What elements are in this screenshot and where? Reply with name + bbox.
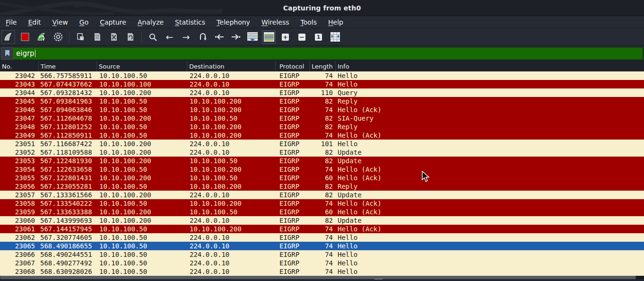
- cell-destination: 10.10.100.200: [187, 105, 276, 114]
- cell-source: 10.10.100.200: [97, 216, 187, 225]
- pane-splitter[interactable]: [0, 279, 644, 281]
- zoom-out-icon[interactable]: −: [295, 30, 309, 44]
- cell-source: 10.10.100.200: [97, 114, 187, 123]
- toolbar-separator: [69, 32, 70, 42]
- packet-row-23049[interactable]: 23049567.11285091110.10.100.5010.10.100.…: [0, 131, 644, 140]
- cell-protocol: EIGRP: [276, 105, 310, 114]
- go-forward-icon[interactable]: →: [179, 30, 193, 44]
- scrollbar-thumb[interactable]: [0, 276, 636, 279]
- zoom-100-icon[interactable]: 1: [312, 30, 325, 44]
- cell-time: 567.122633658: [39, 165, 97, 174]
- packet-row-23054[interactable]: 23054567.12263365810.10.100.5010.10.100.…: [0, 165, 644, 174]
- packet-row-23051[interactable]: 23051567.11668742210.10.100.200224.0.0.1…: [0, 140, 644, 148]
- menu-analyze[interactable]: Analyze: [133, 18, 168, 27]
- display-filter-input[interactable]: eigrp: [13, 47, 643, 60]
- close-file-icon[interactable]: [107, 30, 121, 44]
- cell-source: 10.10.100.50: [97, 225, 187, 233]
- packet-row-23065[interactable]: 23065568.49018665510.10.100.50224.0.0.10…: [0, 242, 644, 250]
- column-header-protocol[interactable]: Protocol: [276, 61, 310, 71]
- zoom-in-icon[interactable]: +: [278, 30, 292, 44]
- column-header-length[interactable]: Length: [310, 61, 336, 71]
- packet-row-23056[interactable]: 23056567.12305528110.10.100.5010.10.100.…: [0, 182, 644, 191]
- cell-destination: 224.0.0.10: [187, 191, 276, 199]
- packet-row-23052[interactable]: 23052567.11810958810.10.100.200224.0.0.1…: [0, 148, 644, 157]
- go-last-packet-icon[interactable]: [229, 30, 243, 44]
- go-back-icon[interactable]: ←: [163, 30, 176, 44]
- packet-row-23061[interactable]: 23061567.14415794510.10.100.5010.10.100.…: [0, 225, 644, 233]
- packet-row-23057[interactable]: 23057567.13336156610.10.100.200224.0.0.1…: [0, 191, 644, 199]
- cell-length: 110: [310, 88, 336, 97]
- cell-length: 82: [310, 97, 336, 105]
- cell-source: 10.10.100.50: [97, 131, 187, 140]
- cell-no: 23047: [0, 114, 39, 123]
- cell-length: 60: [310, 208, 336, 216]
- open-file-icon[interactable]: [74, 30, 87, 44]
- column-header-time[interactable]: Time: [39, 61, 97, 71]
- menu-edit[interactable]: Edit: [23, 18, 45, 27]
- cell-source: 10.10.100.50: [97, 199, 187, 208]
- cell-info: Hello: [336, 250, 644, 259]
- toolbar-separator: [141, 32, 142, 42]
- packet-row-23055[interactable]: 23055567.12280143110.10.100.20010.10.100…: [0, 174, 644, 182]
- stop-capture-icon[interactable]: [18, 30, 32, 44]
- cell-time: 568.490277492: [39, 259, 97, 267]
- column-header-info[interactable]: Info: [336, 61, 644, 71]
- cell-length: 74: [310, 105, 336, 114]
- save-file-icon[interactable]: 010 101: [90, 30, 104, 44]
- packet-row-23043[interactable]: 23043567.07443766210.10.100.100224.0.0.1…: [0, 80, 644, 88]
- cell-source: 10.10.100.50: [97, 182, 187, 191]
- packet-row-23053[interactable]: 23053567.12248193010.10.100.20010.10.100…: [0, 157, 644, 165]
- cell-time: 566.757585911: [39, 71, 97, 80]
- menu-wireless[interactable]: Wireless: [257, 18, 294, 27]
- splitter-handle-icon[interactable]: [374, 278, 384, 280]
- cell-source: 10.10.100.50: [97, 259, 187, 267]
- packet-row-23042[interactable]: 23042566.75758591110.10.100.50224.0.0.10…: [0, 71, 644, 80]
- column-header-destination[interactable]: Destination: [187, 61, 276, 71]
- menu-telephony[interactable]: Telephony: [212, 18, 255, 27]
- cell-no: 23054: [0, 165, 39, 174]
- capture-options-icon[interactable]: [51, 30, 65, 44]
- reload-file-icon[interactable]: [123, 30, 137, 44]
- menu-view[interactable]: View: [48, 18, 73, 27]
- go-first-packet-icon[interactable]: [212, 30, 226, 44]
- menu-statistics[interactable]: Statistics: [170, 18, 210, 27]
- cell-source: 10.10.100.50: [97, 165, 187, 174]
- cell-time: 567.144157945: [39, 225, 97, 233]
- packet-row-23045[interactable]: 23045567.09384196310.10.100.5010.10.100.…: [0, 97, 644, 105]
- packet-row-23066[interactable]: 23066568.49024455110.10.100.50224.0.0.10…: [0, 250, 644, 259]
- packet-row-23044[interactable]: 23044567.09328143210.10.100.200224.0.0.1…: [0, 88, 644, 97]
- start-capture-icon[interactable]: [1, 30, 15, 44]
- packet-row-23067[interactable]: 23067568.49027749210.10.100.50224.0.0.10…: [0, 259, 644, 267]
- packet-row-23058[interactable]: 23058567.13354022210.10.100.5010.10.100.…: [0, 199, 644, 208]
- column-header-source[interactable]: Source: [97, 61, 187, 71]
- cell-info: Hello (Ack): [336, 131, 644, 140]
- packet-row-23059[interactable]: 23059567.13363338810.10.100.20010.10.100…: [0, 208, 644, 216]
- cell-destination: 10.10.100.200: [187, 131, 276, 140]
- packet-row-23062[interactable]: 23062567.32077460510.10.100.50224.0.0.10…: [0, 233, 644, 242]
- packet-row-23068[interactable]: 23068568.63092802610.10.100.50224.0.0.10…: [0, 267, 644, 276]
- cell-protocol: EIGRP: [276, 174, 310, 182]
- menu-capture[interactable]: Capture: [95, 18, 131, 27]
- go-to-packet-icon[interactable]: [196, 30, 209, 44]
- cell-length: 74: [310, 71, 336, 80]
- packet-row-23060[interactable]: 23060567.14399969310.10.100.200224.0.0.1…: [0, 216, 644, 225]
- menu-go[interactable]: Go: [75, 18, 93, 27]
- menu-tools[interactable]: Tools: [296, 18, 322, 27]
- cell-length: 74: [310, 242, 336, 250]
- cell-length: 82: [310, 148, 336, 157]
- column-header-no[interactable]: No.: [0, 61, 39, 71]
- resize-columns-icon[interactable]: [328, 30, 342, 44]
- packet-row-23046[interactable]: 23046567.09406384610.10.100.5010.10.100.…: [0, 105, 644, 114]
- colorize-packets-icon[interactable]: [262, 30, 276, 44]
- restart-capture-icon[interactable]: [35, 30, 48, 44]
- packet-row-23048[interactable]: 23048567.11280125210.10.100.5010.10.100.…: [0, 123, 644, 131]
- cell-no: 23057: [0, 191, 39, 199]
- window-title: Capturing from eth0: [283, 4, 361, 12]
- filter-bookmark-button[interactable]: [1, 47, 13, 60]
- horizontal-scrollbar[interactable]: [0, 276, 644, 279]
- menu-help[interactable]: Help: [323, 18, 348, 27]
- auto-scroll-icon[interactable]: [245, 30, 259, 44]
- menu-file[interactable]: File: [1, 18, 21, 27]
- packet-row-23047[interactable]: 23047567.11260467810.10.100.20010.10.100…: [0, 114, 644, 123]
- find-packet-icon[interactable]: [146, 30, 160, 44]
